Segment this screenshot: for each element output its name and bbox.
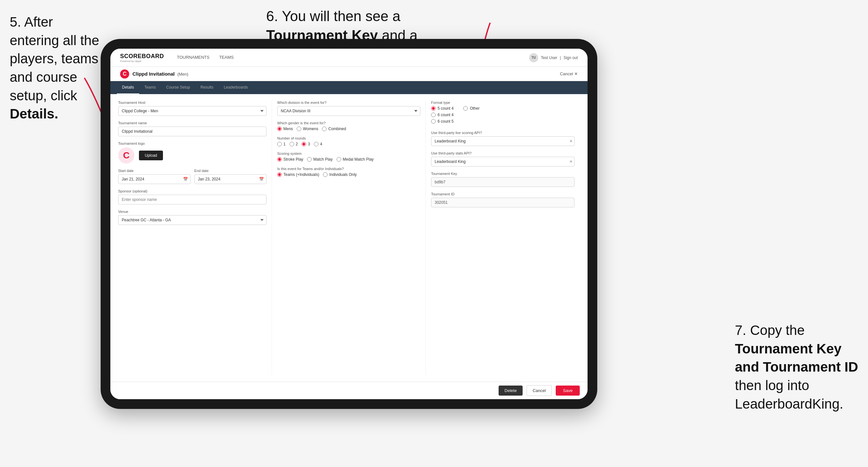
start-date-group: Start date 📅 bbox=[118, 169, 190, 184]
tab-teams[interactable]: Teams bbox=[139, 81, 161, 94]
tournament-id-value: 302051 bbox=[431, 198, 575, 207]
third-party-live-label: Use third-party live scoring API? bbox=[431, 131, 575, 135]
venue-label: Venue bbox=[118, 210, 267, 214]
start-date-label: Start date bbox=[118, 169, 190, 173]
user-name: Test User bbox=[541, 56, 557, 60]
form-col-2: Which division is the event for? Which g… bbox=[272, 101, 426, 375]
third-party-stats-clear[interactable]: ✕ bbox=[569, 159, 572, 164]
annotation-bold-4: Tournament Key and Tournament ID bbox=[735, 341, 858, 375]
tournament-host-group: Tournament Host bbox=[118, 101, 267, 116]
app-header: SCOREBOARD Powered by clippd TOURNAMENTS… bbox=[111, 49, 588, 67]
sub-header: C Clippd Invitational (Men) Cancel ✕ bbox=[111, 67, 588, 81]
gender-mens[interactable]: Mens bbox=[277, 127, 293, 131]
tab-details[interactable]: Details bbox=[117, 81, 139, 94]
division-label: Which division is the event for? bbox=[277, 101, 421, 104]
nav-links: TOURNAMENTS TEAMS bbox=[177, 54, 529, 62]
calendar-icon-start: 📅 bbox=[183, 177, 188, 181]
scoring-group: Scoring system Stroke Play Match Play Me… bbox=[277, 152, 421, 162]
cancel-button[interactable]: Cancel ✕ bbox=[560, 71, 578, 76]
tournament-name-text: Clippd Invitational bbox=[132, 71, 175, 76]
tournament-name-label: Tournament name bbox=[118, 121, 267, 125]
annotation-bottom-right: 7. Copy the Tournament Key and Tournamen… bbox=[735, 321, 858, 413]
scoring-match[interactable]: Match Play bbox=[307, 157, 332, 162]
third-party-stats-wrap: ✕ bbox=[431, 157, 575, 166]
cancel-footer-button[interactable]: Cancel bbox=[527, 385, 552, 396]
format-radio-cols: 5 count 4 6 count 4 6 count 5 bbox=[431, 106, 575, 126]
third-party-stats-group: Use third-party stats API? ✕ bbox=[431, 151, 575, 166]
third-party-stats-input[interactable] bbox=[431, 157, 575, 166]
form-col-3: Format type 5 count 4 6 count 4 bbox=[426, 101, 580, 375]
tournament-name-input[interactable] bbox=[118, 127, 267, 136]
end-date-group: End date 📅 bbox=[194, 169, 267, 184]
format-right-col: Other bbox=[463, 106, 479, 126]
form-footer: Delete Cancel Save bbox=[111, 382, 588, 399]
upload-button[interactable]: Upload bbox=[139, 151, 163, 160]
individuals-only[interactable]: Individuals Only bbox=[323, 172, 357, 177]
tab-course-setup[interactable]: Course Setup bbox=[161, 81, 195, 94]
annotation-text-4: 7. Copy the bbox=[735, 321, 858, 340]
third-party-live-clear[interactable]: ✕ bbox=[569, 139, 572, 144]
tab-leaderboards[interactable]: Leaderboards bbox=[218, 81, 253, 94]
date-row: Start date 📅 End date 📅 bbox=[118, 169, 267, 184]
gender-womens[interactable]: Womens bbox=[297, 127, 318, 131]
tournament-id-group: Tournament ID 302051 bbox=[431, 192, 575, 207]
form-area: Tournament Host Tournament name Tourname… bbox=[111, 94, 588, 382]
format-6count5[interactable]: 6 count 5 bbox=[431, 119, 454, 124]
sign-out-link[interactable]: Sign out bbox=[563, 56, 578, 60]
rounds-2[interactable]: 2 bbox=[289, 142, 298, 146]
end-date-input[interactable] bbox=[194, 174, 267, 184]
header-right: TU Test User | Sign out bbox=[529, 53, 578, 62]
rounds-group: Number of rounds 1 2 3 bbox=[277, 136, 421, 146]
format-left-col: 5 count 4 6 count 4 6 count 5 bbox=[431, 106, 454, 126]
tournament-key-value: bd9b7 bbox=[431, 177, 575, 187]
teams-label: Is this event for Teams and/or Individua… bbox=[277, 167, 421, 171]
third-party-live-group: Use third-party live scoring API? ✕ bbox=[431, 131, 575, 146]
gender-label: Which gender is the event for? bbox=[277, 121, 421, 125]
scoring-radio-row: Stroke Play Match Play Medal Match Play bbox=[277, 157, 421, 162]
calendar-icon-end: 📅 bbox=[259, 177, 264, 181]
format-other[interactable]: Other bbox=[463, 106, 479, 111]
logo-text: SCOREBOARD bbox=[120, 53, 164, 60]
teams-radio-row: Teams (+Individuals) Individuals Only bbox=[277, 172, 421, 177]
format-label: Format type bbox=[431, 101, 575, 104]
save-button[interactable]: Save bbox=[556, 385, 580, 396]
format-5count4[interactable]: 5 count 4 bbox=[431, 106, 454, 111]
venue-input[interactable] bbox=[118, 215, 267, 225]
dates-group: Start date 📅 End date 📅 bbox=[118, 169, 267, 184]
division-input[interactable] bbox=[277, 106, 421, 116]
venue-group: Venue bbox=[118, 210, 267, 225]
nav-tournaments[interactable]: TOURNAMENTS bbox=[177, 54, 209, 62]
rounds-1[interactable]: 1 bbox=[277, 142, 286, 146]
tournament-id-label: Tournament ID bbox=[431, 192, 575, 196]
format-6count4[interactable]: 6 count 4 bbox=[431, 113, 454, 117]
third-party-live-input[interactable] bbox=[431, 136, 575, 146]
scoring-label: Scoring system bbox=[277, 152, 421, 155]
sponsor-input[interactable] bbox=[118, 195, 267, 205]
tab-results[interactable]: Results bbox=[195, 81, 218, 94]
start-date-input[interactable] bbox=[118, 174, 190, 184]
tab-bar: Details Teams Course Setup Results Leade… bbox=[111, 81, 588, 94]
annotation-text-5: then log into LeaderboardKing. bbox=[735, 376, 858, 413]
tablet-frame: SCOREBOARD Powered by clippd TOURNAMENTS… bbox=[101, 39, 597, 409]
scoring-medal[interactable]: Medal Match Play bbox=[337, 157, 374, 162]
tournament-host-label: Tournament Host bbox=[118, 101, 267, 104]
tournament-logo-small: C bbox=[120, 69, 129, 79]
annotation-bold-1: Details. bbox=[10, 106, 58, 121]
teams-group: Is this event for Teams and/or Individua… bbox=[277, 167, 421, 177]
gender-combined[interactable]: Combined bbox=[322, 127, 346, 131]
third-party-live-wrap: ✕ bbox=[431, 136, 575, 146]
logo-upload-row: C Upload bbox=[118, 147, 267, 163]
format-group: Format type 5 count 4 6 count 4 bbox=[431, 101, 575, 126]
rounds-3[interactable]: 3 bbox=[302, 142, 310, 146]
logo-area: SCOREBOARD Powered by clippd bbox=[120, 53, 164, 63]
gender-radio-row: Mens Womens Combined bbox=[277, 127, 421, 131]
delete-button[interactable]: Delete bbox=[499, 385, 523, 396]
nav-teams[interactable]: TEAMS bbox=[219, 54, 234, 62]
scoring-stroke[interactable]: Stroke Play bbox=[277, 157, 303, 162]
tournament-host-input[interactable] bbox=[118, 106, 267, 116]
teams-plus-individuals[interactable]: Teams (+Individuals) bbox=[277, 172, 319, 177]
end-date-wrap: 📅 bbox=[194, 174, 267, 184]
annotation-line3: Tournament Key and Tournament ID bbox=[735, 340, 858, 376]
tournament-name-group: Tournament name bbox=[118, 121, 267, 136]
rounds-4[interactable]: 4 bbox=[314, 142, 322, 146]
